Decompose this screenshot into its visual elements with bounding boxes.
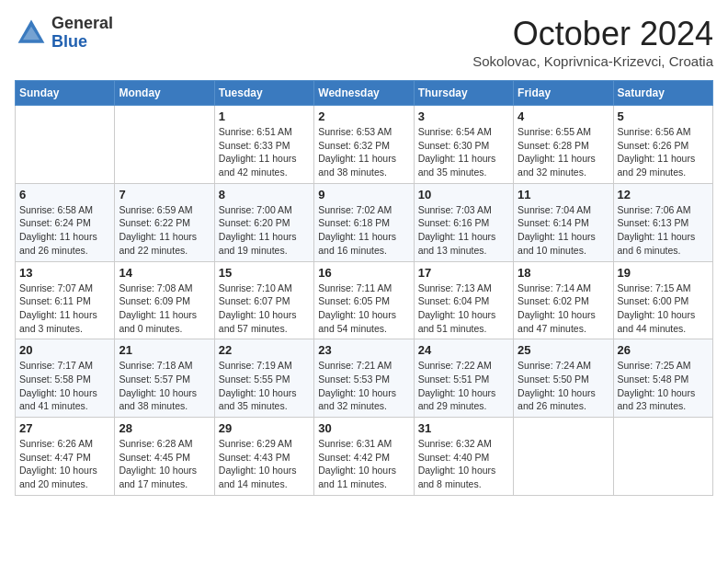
day-number: 1: [219, 109, 310, 123]
weekday-header: Monday: [115, 81, 214, 106]
day-info: Sunrise: 6:31 AMSunset: 4:42 PMDaylight:…: [318, 437, 409, 491]
calendar-table: SundayMondayTuesdayWednesdayThursdayFrid…: [15, 80, 713, 496]
day-number: 18: [518, 266, 609, 280]
day-info: Sunrise: 7:10 AMSunset: 6:07 PMDaylight:…: [219, 282, 310, 336]
weekday-header: Tuesday: [214, 81, 313, 106]
calendar-cell: [514, 418, 613, 496]
calendar-cell: [613, 418, 712, 496]
day-number: 22: [219, 343, 310, 357]
day-info: Sunrise: 6:53 AMSunset: 6:32 PMDaylight:…: [318, 125, 409, 179]
day-number: 30: [318, 421, 409, 435]
calendar-cell: 11Sunrise: 7:04 AMSunset: 6:14 PMDayligh…: [514, 183, 613, 261]
day-number: 10: [418, 188, 509, 201]
day-info: Sunrise: 6:55 AMSunset: 6:28 PMDaylight:…: [518, 125, 609, 179]
calendar-cell: 15Sunrise: 7:10 AMSunset: 6:07 PMDayligh…: [214, 261, 313, 339]
calendar-cell: [16, 106, 115, 184]
weekday-header: Sunday: [16, 81, 115, 106]
day-number: 11: [518, 188, 609, 201]
day-number: 26: [618, 343, 709, 357]
day-number: 17: [418, 266, 509, 280]
day-number: 14: [119, 266, 210, 280]
day-number: 13: [19, 266, 110, 280]
day-number: 3: [418, 109, 509, 123]
logo-icon: [15, 17, 48, 50]
day-info: Sunrise: 7:21 AMSunset: 5:53 PMDaylight:…: [318, 359, 409, 413]
day-info: Sunrise: 7:07 AMSunset: 6:11 PMDaylight:…: [19, 282, 110, 336]
logo-general: General: [51, 14, 113, 32]
calendar-cell: 6Sunrise: 6:58 AMSunset: 6:24 PMDaylight…: [16, 183, 115, 261]
calendar-cell: 4Sunrise: 6:55 AMSunset: 6:28 PMDaylight…: [514, 106, 613, 184]
day-info: Sunrise: 7:03 AMSunset: 6:16 PMDaylight:…: [418, 203, 509, 258]
day-info: Sunrise: 7:02 AMSunset: 6:18 PMDaylight:…: [318, 203, 409, 258]
calendar-cell: 8Sunrise: 7:00 AMSunset: 6:20 PMDaylight…: [214, 183, 313, 261]
calendar-cell: 19Sunrise: 7:15 AMSunset: 6:00 PMDayligh…: [613, 261, 712, 339]
day-info: Sunrise: 6:59 AMSunset: 6:22 PMDaylight:…: [119, 203, 210, 258]
day-info: Sunrise: 7:08 AMSunset: 6:09 PMDaylight:…: [119, 282, 210, 336]
day-number: 16: [318, 266, 409, 280]
day-number: 28: [119, 421, 210, 435]
day-number: 20: [19, 343, 110, 357]
logo: General Blue: [15, 15, 113, 52]
calendar-cell: 23Sunrise: 7:21 AMSunset: 5:53 PMDayligh…: [314, 339, 414, 418]
title-block: October 2024 Sokolovac, Koprivnica-Krize…: [472, 15, 713, 69]
calendar-cell: 29Sunrise: 6:29 AMSunset: 4:43 PMDayligh…: [214, 418, 313, 496]
day-info: Sunrise: 6:26 AMSunset: 4:47 PMDaylight:…: [19, 437, 110, 491]
page-header: General Blue October 2024 Sokolovac, Kop…: [15, 15, 713, 69]
day-info: Sunrise: 7:06 AMSunset: 6:13 PMDaylight:…: [618, 203, 709, 258]
calendar-cell: 17Sunrise: 7:13 AMSunset: 6:04 PMDayligh…: [414, 261, 513, 339]
day-number: 15: [219, 266, 310, 280]
day-info: Sunrise: 7:04 AMSunset: 6:14 PMDaylight:…: [518, 203, 609, 258]
weekday-header: Saturday: [613, 81, 712, 106]
calendar-cell: 13Sunrise: 7:07 AMSunset: 6:11 PMDayligh…: [16, 261, 115, 339]
day-info: Sunrise: 6:29 AMSunset: 4:43 PMDaylight:…: [219, 437, 310, 491]
calendar-week-row: 20Sunrise: 7:17 AMSunset: 5:58 PMDayligh…: [16, 339, 713, 418]
day-info: Sunrise: 6:28 AMSunset: 4:45 PMDaylight:…: [119, 437, 210, 491]
day-number: 12: [618, 188, 709, 201]
weekday-header: Thursday: [414, 81, 513, 106]
calendar-cell: 24Sunrise: 7:22 AMSunset: 5:51 PMDayligh…: [414, 339, 513, 418]
day-number: 24: [418, 343, 509, 357]
calendar-week-row: 1Sunrise: 6:51 AMSunset: 6:33 PMDaylight…: [16, 106, 713, 184]
day-info: Sunrise: 7:19 AMSunset: 5:55 PMDaylight:…: [219, 359, 310, 413]
day-info: Sunrise: 6:58 AMSunset: 6:24 PMDaylight:…: [19, 203, 110, 258]
location-subtitle: Sokolovac, Koprivnica-Krizevci, Croatia: [472, 53, 713, 69]
day-number: 5: [618, 109, 709, 123]
calendar-cell: 12Sunrise: 7:06 AMSunset: 6:13 PMDayligh…: [613, 183, 712, 261]
calendar-cell: 18Sunrise: 7:14 AMSunset: 6:02 PMDayligh…: [514, 261, 613, 339]
day-number: 6: [19, 188, 110, 201]
day-number: 4: [518, 109, 609, 123]
day-info: Sunrise: 7:13 AMSunset: 6:04 PMDaylight:…: [418, 282, 509, 336]
calendar-cell: [115, 106, 214, 184]
day-info: Sunrise: 6:54 AMSunset: 6:30 PMDaylight:…: [418, 125, 509, 179]
day-info: Sunrise: 7:11 AMSunset: 6:05 PMDaylight:…: [318, 282, 409, 336]
weekday-header: Wednesday: [314, 81, 414, 106]
day-number: 9: [318, 188, 409, 201]
calendar-week-row: 27Sunrise: 6:26 AMSunset: 4:47 PMDayligh…: [16, 418, 713, 496]
day-info: Sunrise: 7:00 AMSunset: 6:20 PMDaylight:…: [219, 203, 310, 258]
calendar-cell: 2Sunrise: 6:53 AMSunset: 6:32 PMDaylight…: [314, 106, 414, 184]
day-number: 8: [219, 188, 310, 201]
calendar-cell: 27Sunrise: 6:26 AMSunset: 4:47 PMDayligh…: [16, 418, 115, 496]
calendar-cell: 14Sunrise: 7:08 AMSunset: 6:09 PMDayligh…: [115, 261, 214, 339]
day-info: Sunrise: 6:56 AMSunset: 6:26 PMDaylight:…: [618, 125, 709, 179]
calendar-cell: 16Sunrise: 7:11 AMSunset: 6:05 PMDayligh…: [314, 261, 414, 339]
day-info: Sunrise: 7:25 AMSunset: 5:48 PMDaylight:…: [618, 359, 709, 413]
day-info: Sunrise: 6:32 AMSunset: 4:40 PMDaylight:…: [418, 437, 509, 491]
day-number: 7: [119, 188, 210, 201]
day-info: Sunrise: 7:22 AMSunset: 5:51 PMDaylight:…: [418, 359, 509, 413]
day-number: 31: [418, 421, 509, 435]
calendar-cell: 26Sunrise: 7:25 AMSunset: 5:48 PMDayligh…: [613, 339, 712, 418]
day-info: Sunrise: 7:24 AMSunset: 5:50 PMDaylight:…: [518, 359, 609, 413]
day-number: 29: [219, 421, 310, 435]
day-info: Sunrise: 7:18 AMSunset: 5:57 PMDaylight:…: [119, 359, 210, 413]
weekday-header: Friday: [514, 81, 613, 106]
calendar-cell: 31Sunrise: 6:32 AMSunset: 4:40 PMDayligh…: [414, 418, 513, 496]
calendar-cell: 7Sunrise: 6:59 AMSunset: 6:22 PMDaylight…: [115, 183, 214, 261]
day-number: 2: [318, 109, 409, 123]
calendar-week-row: 13Sunrise: 7:07 AMSunset: 6:11 PMDayligh…: [16, 261, 713, 339]
calendar-week-row: 6Sunrise: 6:58 AMSunset: 6:24 PMDaylight…: [16, 183, 713, 261]
month-title: October 2024: [472, 15, 713, 53]
calendar-cell: 21Sunrise: 7:18 AMSunset: 5:57 PMDayligh…: [115, 339, 214, 418]
logo-blue: Blue: [51, 32, 87, 51]
calendar-cell: 22Sunrise: 7:19 AMSunset: 5:55 PMDayligh…: [214, 339, 313, 418]
